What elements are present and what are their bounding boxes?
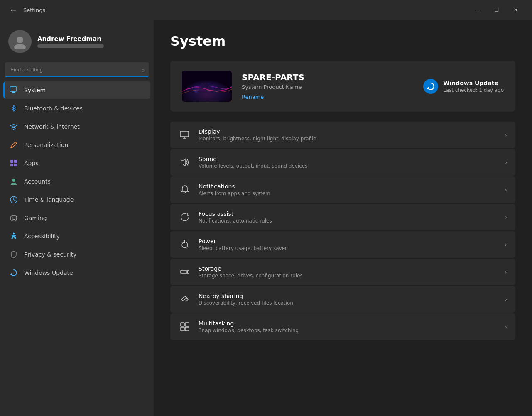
storage-title: Storage [199,265,497,272]
storage-chevron: › [505,269,507,275]
time-icon [9,195,18,204]
titlebar: ← Settings — ☐ ✕ [0,0,532,20]
nav-label-update: Windows Update [24,269,73,276]
power-desc: Sleep, battery usage, battery saver [199,245,497,251]
nav-item-accounts[interactable]: Accounts [3,173,150,190]
settings-item-nearby[interactable]: Nearby sharing Discoverability, received… [170,286,515,313]
nav-item-gaming[interactable]: Gaming [3,209,150,227]
power-icon [179,238,191,251]
settings-item-storage[interactable]: Storage Storage space, drives, configura… [170,259,515,285]
windows-update-section: Windows Update Last checked: 1 day ago [423,79,504,94]
nav-label-apps: Apps [24,160,39,166]
rename-link[interactable]: Rename [242,94,264,100]
sound-text: Sound Volume levels, output, input, soun… [199,156,497,169]
svg-rect-2 [10,87,17,91]
nav-item-update[interactable]: Windows Update [3,264,150,281]
window-controls: — ☐ ✕ [468,3,525,17]
svg-rect-21 [181,323,184,326]
svg-point-14 [13,233,15,235]
settings-item-sound[interactable]: Sound Volume levels, output, input, soun… [170,149,515,176]
nav-item-network[interactable]: Network & internet [3,118,150,135]
search-input[interactable] [5,62,149,77]
display-text: Display Monitors, brightness, night ligh… [199,128,497,142]
display-chevron: › [505,132,507,138]
notifications-chevron: › [505,186,507,193]
sound-icon [179,156,191,169]
nearby-desc: Discoverability, received files location [199,300,497,306]
notifications-title: Notifications [199,183,497,190]
nav-item-system[interactable]: System [3,81,150,99]
notifications-icon [179,184,191,196]
accounts-icon [9,177,18,186]
sidebar: Andrew Freedman ⌕ System [0,20,154,416]
svg-point-13 [15,218,15,219]
svg-rect-16 [180,131,189,137]
close-button[interactable]: ✕ [506,3,525,17]
nav-item-accessibility[interactable]: Accessibility [3,228,150,245]
svg-point-20 [187,272,188,273]
system-icon [9,86,18,95]
svg-marker-17 [181,159,185,166]
windows-update-title: Windows Update [443,80,504,86]
settings-item-display[interactable]: Display Monitors, brightness, night ligh… [170,122,515,148]
settings-item-power[interactable]: Power Sleep, battery usage, battery save… [170,231,515,258]
user-section: Andrew Freedman [3,25,150,61]
window-title: Settings [23,7,45,13]
system-thumbnail [182,71,232,102]
multitasking-text: Multitasking Snap windows, desktops, tas… [199,320,497,333]
settings-item-multitasking[interactable]: Multitasking Snap windows, desktops, tas… [170,313,515,340]
power-chevron: › [505,241,507,248]
bluetooth-icon [9,104,18,113]
computer-model: System Product Name [242,84,413,90]
settings-window: ← Settings — ☐ ✕ Andrew Freedman [0,0,532,416]
nav-item-personalization[interactable]: Personalization [3,136,150,154]
settings-list: Display Monitors, brightness, night ligh… [170,122,515,340]
storage-desc: Storage space, drives, configuration rul… [199,273,497,279]
gaming-icon [9,213,18,223]
content-area: Andrew Freedman ⌕ System [0,20,532,416]
sound-desc: Volume levels, output, input, sound devi… [199,163,497,169]
windows-update-icon [423,79,438,94]
nav-item-time[interactable]: Time & language [3,191,150,208]
storage-text: Storage Storage space, drives, configura… [199,265,497,279]
nav-label-gaming: Gaming [24,215,47,221]
focus-icon [179,211,191,223]
privacy-icon [9,250,18,259]
nav-label-accessibility: Accessibility [24,233,60,240]
nav-item-bluetooth[interactable]: Bluetooth & devices [3,100,150,117]
sound-title: Sound [199,156,497,162]
main-content: System [154,20,532,416]
maximize-button[interactable]: ☐ [487,3,506,17]
settings-item-focus[interactable]: Focus assist Notifications, automatic ru… [170,204,515,230]
focus-chevron: › [505,214,507,220]
focus-text: Focus assist Notifications, automatic ru… [199,210,497,224]
windows-update-status: Last checked: 1 day ago [443,87,504,93]
nav-item-privacy[interactable]: Privacy & security [3,246,150,263]
nav-label-bluetooth: Bluetooth & devices [24,105,83,112]
storage-icon [179,266,191,278]
multitasking-icon [179,321,191,333]
focus-title: Focus assist [199,210,497,217]
power-text: Power Sleep, battery usage, battery save… [199,238,497,251]
search-icon: ⌕ [141,66,145,73]
svg-rect-7 [14,160,17,163]
svg-rect-4 [12,93,16,93]
power-title: Power [199,238,497,245]
update-icon [9,268,18,277]
focus-desc: Notifications, automatic rules [199,218,497,224]
svg-rect-9 [14,164,17,166]
svg-point-0 [17,37,23,43]
search-box: ⌕ [5,62,149,77]
multitasking-chevron: › [505,323,507,330]
personalization-icon [9,140,18,149]
nav-item-apps[interactable]: Apps [3,154,150,172]
back-button[interactable]: ← [7,3,20,17]
minimize-button[interactable]: — [468,3,487,17]
user-email-placeholder [37,44,104,48]
system-info: SPARE-PARTS System Product Name Rename [242,72,413,100]
nav-label-time: Time & language [24,196,74,203]
settings-item-notifications[interactable]: Notifications Alerts from apps and syste… [170,176,515,203]
nearby-chevron: › [505,296,507,303]
nearby-title: Nearby sharing [199,293,497,299]
multitasking-title: Multitasking [199,320,497,327]
